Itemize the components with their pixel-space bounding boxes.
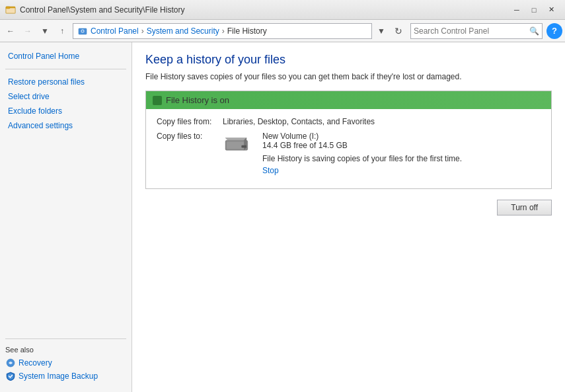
path-icon [77,26,88,36]
sidebar-see-also-recovery[interactable]: Recovery [5,358,126,368]
status-text: File History is on [166,95,229,105]
path-segment-control-panel[interactable]: Control Panel [91,26,139,36]
recent-locations-button[interactable]: ▼ [37,23,53,39]
drive-name: New Volume (I:) [262,132,462,141]
svg-rect-9 [241,145,246,148]
search-input[interactable] [414,26,529,36]
close-button[interactable]: ✕ [543,3,560,17]
drive-details: New Volume (I:) 14.4 GB free of 14.5 GB … [223,132,462,175]
svg-rect-8 [227,141,246,149]
copy-files-from-row: Copy files from: Libraries, Desktop, Con… [157,117,541,126]
svg-point-5 [82,30,84,32]
refresh-button[interactable]: ↻ [391,23,406,39]
turn-off-button[interactable]: Turn off [497,200,552,216]
search-icon[interactable]: 🔍 [529,26,539,36]
back-button[interactable]: ← [3,23,19,39]
status-header: File History is on [146,91,551,109]
content-area: Keep a history of your files File Histor… [132,42,565,392]
sidebar-item-advanced-settings[interactable]: Advanced settings [5,120,126,132]
title-bar-icon [5,5,16,15]
up-button[interactable]: ↑ [54,23,70,39]
sidebar-item-exclude-folders[interactable]: Exclude folders [5,105,126,117]
status-box: File History is on Copy files from: Libr… [145,91,552,189]
shield-icon [5,371,16,381]
sidebar-see-also-label: See also [5,346,126,354]
title-bar-controls: ─ □ ✕ [508,3,560,17]
copy-files-from-label: Copy files from: [157,117,223,126]
drive-space: 14.4 GB free of 14.5 GB [262,141,462,150]
address-path[interactable]: Control Panel › System and Security › Fi… [73,23,372,39]
page-title: Keep a history of your files [145,53,552,67]
main-content: Control Panel Home Restore personal file… [0,42,565,392]
title-bar-text: Control Panel\System and Security\File H… [20,5,508,15]
status-indicator [153,96,162,105]
system-image-backup-link[interactable]: System Image Backup [19,372,98,381]
recovery-link[interactable]: Recovery [19,358,52,368]
maximize-button[interactable]: □ [525,3,543,17]
forward-button[interactable]: → [20,23,36,39]
copy-files-to-label: Copy files to: [157,132,223,141]
saving-status: File History is saving copies of your fi… [262,154,462,163]
recovery-icon [5,358,16,368]
path-segment-file-history: File History [227,26,267,36]
actions-row: Turn off [145,200,552,216]
sidebar-item-select-drive[interactable]: Select drive [5,91,126,102]
help-button[interactable]: ? [546,23,562,39]
copy-files-to-row: Copy files to: [157,132,541,175]
page-description: File History saves copies of your files … [145,72,552,81]
stop-link[interactable]: Stop [262,166,279,175]
sidebar-item-control-panel-home[interactable]: Control Panel Home [5,50,126,62]
drive-info: New Volume (I:) 14.4 GB free of 14.5 GB … [262,132,462,175]
copy-files-from-value: Libraries, Desktop, Contacts, and Favori… [223,117,375,126]
sidebar-see-also-system-image-backup[interactable]: System Image Backup [5,371,126,381]
path-segment-system-security[interactable]: System and Security [147,26,219,36]
dropdown-button[interactable]: ▼ [373,23,389,39]
minimize-button[interactable]: ─ [508,3,525,17]
title-bar: Control Panel\System and Security\File H… [0,0,565,20]
sidebar-item-restore-personal-files[interactable]: Restore personal files [5,76,126,88]
svg-rect-2 [6,7,10,9]
sidebar: Control Panel Home Restore personal file… [0,42,132,392]
status-body: Copy files from: Libraries, Desktop, Con… [146,109,551,188]
search-box[interactable]: 🔍 [410,23,543,39]
path-sep-1: › [141,26,144,36]
path-sep-2: › [222,26,225,36]
drive-icon [223,134,249,155]
address-bar: ← → ▼ ↑ Control Panel › System and Secur… [0,20,565,42]
sidebar-see-also-section: See also Recovery [5,332,126,384]
